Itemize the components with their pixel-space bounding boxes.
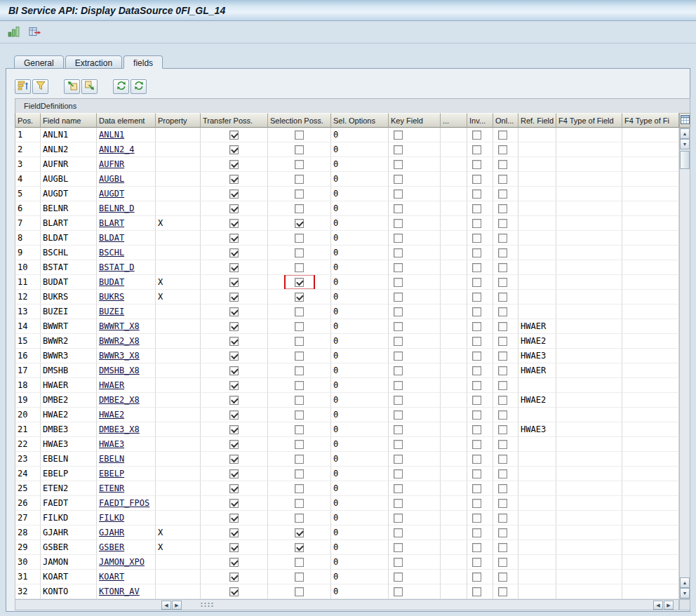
selection-poss-checkbox[interactable] — [295, 425, 304, 434]
column-header-f4-type-of-field[interactable]: F4 Type of Field — [556, 113, 622, 128]
inverted-checkbox[interactable] — [472, 322, 481, 331]
column-header-selection-poss[interactable]: Selection Poss. — [268, 113, 331, 128]
key-field-checkbox[interactable] — [394, 587, 403, 596]
inverted-checkbox[interactable] — [472, 455, 481, 464]
column-header-f4-type-of-fi[interactable]: F4 Type of Fi — [622, 113, 679, 128]
transfer-poss-checkbox[interactable] — [229, 234, 239, 243]
online-checkbox[interactable] — [498, 307, 507, 316]
key-field-checkbox[interactable] — [394, 204, 403, 213]
online-checkbox[interactable] — [498, 381, 507, 390]
selection-poss-checkbox[interactable] — [295, 307, 304, 316]
selection-poss-checkbox[interactable] — [295, 248, 304, 257]
table-row[interactable]: 3AUFNRAUFNR0 — [15, 157, 679, 172]
selection-poss-checkbox[interactable] — [295, 234, 304, 243]
online-checkbox[interactable] — [498, 248, 507, 257]
filter-button[interactable] — [32, 79, 48, 94]
selection-poss-checkbox[interactable] — [295, 573, 304, 582]
transfer-poss-checkbox[interactable] — [229, 175, 239, 184]
key-field-checkbox[interactable] — [394, 514, 403, 523]
selection-poss-checkbox[interactable] — [295, 440, 304, 449]
selection-poss-checkbox[interactable] — [295, 204, 304, 213]
transfer-poss-checkbox[interactable] — [229, 293, 239, 302]
transfer-poss-checkbox[interactable] — [229, 573, 239, 582]
data-element-link[interactable]: EBELP — [97, 467, 156, 481]
data-element-link[interactable]: BUDAT — [97, 275, 156, 290]
data-element-link[interactable]: BSCHL — [97, 246, 156, 260]
online-checkbox[interactable] — [498, 469, 507, 478]
selection-poss-checkbox[interactable] — [295, 455, 304, 464]
transfer-poss-checkbox[interactable] — [229, 130, 239, 140]
table-row[interactable]: 10BSTATBSTAT_D0 — [15, 260, 679, 275]
table-row[interactable]: 32KONTOKTONR_AV0 — [15, 584, 679, 599]
data-element-link[interactable]: DMBE3_X8 — [97, 422, 156, 437]
inverted-checkbox[interactable] — [472, 543, 481, 552]
table-row[interactable]: 2ANLN2ANLN2_40 — [15, 142, 679, 157]
online-checkbox[interactable] — [498, 189, 507, 199]
data-element-link[interactable]: FILKD — [97, 511, 156, 525]
selection-poss-checkbox[interactable] — [295, 558, 304, 567]
transfer-poss-checkbox[interactable] — [229, 484, 239, 493]
column-header-ref-field[interactable]: Ref. Field — [518, 113, 556, 128]
column-header-pos[interactable]: Pos. — [15, 113, 41, 128]
inverted-checkbox[interactable] — [472, 234, 481, 243]
online-checkbox[interactable] — [498, 175, 507, 184]
data-element-link[interactable]: BLART — [97, 216, 156, 231]
inverted-checkbox[interactable] — [472, 293, 481, 302]
scroll-right-far-icon[interactable]: ▶ — [664, 601, 674, 610]
online-checkbox[interactable] — [498, 440, 507, 449]
column-header-col[interactable]: ... — [441, 113, 467, 128]
data-element-link[interactable]: ANLN2_4 — [97, 142, 156, 157]
transfer-poss-checkbox[interactable] — [229, 455, 239, 464]
data-element-link[interactable]: BSTAT_D — [97, 260, 156, 275]
key-field-checkbox[interactable] — [394, 469, 403, 478]
key-field-checkbox[interactable] — [394, 484, 403, 493]
online-checkbox[interactable] — [498, 337, 507, 346]
inverted-checkbox[interactable] — [472, 440, 481, 449]
data-element-link[interactable]: BLDAT — [97, 231, 156, 246]
scroll-down-icon[interactable]: ▼ — [680, 139, 690, 149]
table-row[interactable]: 29GSBERGSBERX0 — [15, 540, 679, 555]
table-row[interactable]: 19DMBE2DMBE2_X80HWAE2 — [15, 393, 679, 408]
data-element-link[interactable]: BWWR2_X8 — [97, 334, 156, 349]
online-checkbox[interactable] — [498, 293, 507, 302]
scroll-down-bottom-icon[interactable]: ▼ — [680, 588, 690, 598]
online-checkbox[interactable] — [498, 234, 507, 243]
online-checkbox[interactable] — [498, 278, 507, 287]
tab-fields[interactable]: fields — [123, 55, 163, 69]
table-row[interactable]: 25ETEN2ETENR0 — [15, 481, 679, 496]
transfer-poss-checkbox[interactable] — [229, 587, 239, 596]
transfer-poss-checkbox[interactable] — [229, 189, 239, 199]
column-header-key-field[interactable]: Key Field — [389, 113, 441, 128]
swap-right-button[interactable] — [130, 79, 147, 94]
selection-poss-checkbox[interactable] — [295, 514, 304, 523]
table-settings-button[interactable] — [679, 113, 690, 128]
selection-poss-checkbox[interactable] — [295, 263, 304, 272]
scroll-up-bottom-icon[interactable]: ▲ — [680, 577, 690, 588]
selection-poss-checkbox[interactable] — [295, 337, 304, 346]
inverted-checkbox[interactable] — [472, 263, 481, 272]
table-row[interactable]: 11BUDATBUDATX0 — [15, 275, 679, 290]
selection-poss-checkbox[interactable] — [295, 484, 304, 493]
table-row[interactable]: 26FAEDTFAEDT_FPOS0 — [15, 496, 679, 511]
transfer-poss-checkbox[interactable] — [229, 322, 239, 331]
online-checkbox[interactable] — [498, 425, 507, 434]
key-field-checkbox[interactable] — [394, 248, 403, 257]
column-header-sel-options[interactable]: Sel. Options — [331, 113, 389, 128]
selection-poss-checkbox[interactable] — [295, 278, 304, 287]
vertical-scrollbar[interactable]: ▲ ▼ ▲ ▼ — [679, 128, 690, 599]
selection-poss-checkbox[interactable] — [295, 175, 304, 184]
selection-poss-checkbox[interactable] — [295, 130, 304, 140]
online-checkbox[interactable] — [498, 455, 507, 464]
table-row[interactable]: 4AUGBLAUGBL0 — [15, 172, 679, 187]
tab-extraction[interactable]: Extraction — [65, 55, 122, 69]
selection-poss-checkbox[interactable] — [295, 587, 304, 596]
selection-poss-checkbox[interactable] — [295, 543, 304, 552]
column-header-transfer-poss[interactable]: Transfer Poss. — [201, 113, 268, 128]
column-header-inv[interactable]: Inv... — [467, 113, 493, 128]
key-field-checkbox[interactable] — [394, 219, 403, 228]
data-element-link[interactable]: AUGBL — [97, 172, 156, 187]
online-checkbox[interactable] — [498, 514, 507, 523]
key-field-checkbox[interactable] — [394, 160, 403, 169]
transfer-poss-checkbox[interactable] — [229, 145, 239, 154]
copy-out-button[interactable] — [81, 79, 98, 94]
